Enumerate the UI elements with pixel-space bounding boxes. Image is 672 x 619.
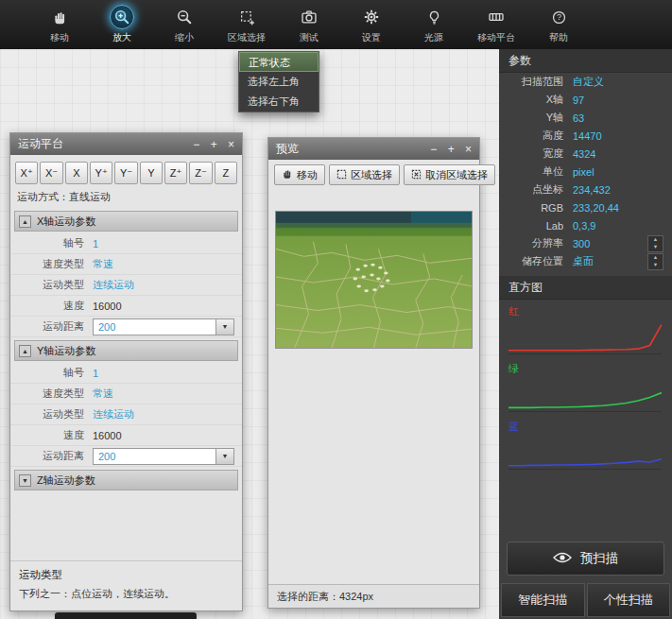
row-label: 扫描范围: [505, 75, 563, 89]
green-histogram-plot: [508, 379, 662, 412]
row-value: 300: [573, 238, 647, 249]
scanner-app-window: 移动 放大 缩小 区域选择 测试: [0, 0, 672, 619]
x-motion-type-row: 运动类型 连续运动: [10, 275, 242, 296]
row-label: 单位: [505, 164, 563, 179]
step-down-icon[interactable]: ▼: [648, 262, 663, 269]
preview-toolbar: 移动 区域选择 取消区域选择: [268, 160, 479, 190]
minimize-button[interactable]: −: [193, 138, 199, 151]
x-minus-button[interactable]: X⁻: [40, 162, 62, 184]
motion-type-description: 下列之一：点位运动，连续运动。: [19, 587, 233, 601]
tool-test[interactable]: 测试: [278, 5, 340, 44]
step-up-icon[interactable]: ▲: [648, 254, 663, 262]
x-plus-button[interactable]: X⁺: [15, 162, 38, 184]
tool-zoom-out[interactable]: 缩小: [153, 5, 215, 44]
preview-panel: 预览 − + × 移动 区域选择: [267, 137, 480, 609]
close-button[interactable]: ×: [228, 138, 234, 151]
row-value: 1: [93, 238, 98, 249]
x-distance-combobox[interactable]: 200 ▼: [93, 318, 234, 335]
x-axis-section-header[interactable]: ▲ X轴运动参数: [14, 211, 238, 232]
custom-scan-button[interactable]: 个性扫描: [587, 583, 671, 617]
row-label: Y轴: [505, 111, 563, 125]
step-down-icon[interactable]: ▼: [648, 244, 663, 251]
main-toolbar: 移动 放大 缩小 区域选择 测试: [0, 0, 672, 49]
histogram-blue-channel: 蓝: [499, 415, 672, 473]
tool-help[interactable]: ? 帮助: [527, 5, 590, 44]
tool-region-select[interactable]: 区域选择: [215, 5, 278, 44]
z-plus-button[interactable]: Z⁺: [164, 162, 187, 184]
prescan-label: 预扫描: [580, 550, 619, 567]
step-up-icon[interactable]: ▲: [648, 236, 663, 244]
menu-item-select-bottom-right[interactable]: 选择右下角: [239, 92, 319, 112]
resolution-stepper[interactable]: ▲ ▼: [647, 235, 663, 252]
light-bulb-icon: [422, 5, 446, 29]
x-button[interactable]: X: [65, 162, 88, 184]
eye-icon: [553, 551, 572, 567]
region-select-icon: [336, 169, 347, 181]
tool-zoom-in[interactable]: 放大: [91, 5, 153, 44]
preview-cancel-region-button[interactable]: 取消区域选择: [404, 164, 495, 185]
row-value: 16000: [93, 301, 122, 312]
row-value: 自定义: [573, 75, 666, 89]
y-distance-combobox[interactable]: 200 ▼: [93, 448, 234, 465]
y-button[interactable]: Y: [140, 162, 163, 184]
axis-jog-buttons: X⁺ X⁻ X Y⁺ Y⁻ Y Z⁺ Z⁻ Z: [15, 162, 237, 184]
smart-scan-button[interactable]: 智能扫描: [501, 583, 585, 617]
z-axis-section-header[interactable]: ▼ Z轴运动参数: [14, 470, 238, 490]
unit-row: 单位 pixel: [499, 163, 672, 181]
combo-value[interactable]: 200: [93, 318, 216, 335]
histogram-header: 直方图: [499, 276, 672, 300]
x-axis-row: X轴 97: [499, 91, 672, 109]
chevron-down-icon[interactable]: ▼: [216, 318, 234, 335]
y-speed-row: 速度 16000: [10, 425, 242, 446]
preview-region-select-button[interactable]: 区域选择: [329, 164, 400, 185]
row-value: 234,432: [573, 184, 666, 196]
close-button[interactable]: ×: [465, 143, 472, 156]
row-label: Lab: [505, 220, 563, 232]
menu-item-normal-state[interactable]: 正常状态: [239, 52, 319, 72]
row-value: 16000: [93, 430, 122, 441]
y-motion-type-row: 运动类型 连续运动: [10, 404, 242, 425]
tool-zoom-in-label: 放大: [112, 31, 131, 44]
x-speed-type-row: 速度类型 常速: [10, 254, 242, 275]
row-label: 宽度: [505, 146, 563, 161]
chevron-down-icon[interactable]: ▼: [216, 448, 234, 465]
row-label: 运动距离: [18, 319, 84, 334]
tool-settings[interactable]: 设置: [340, 5, 403, 44]
preview-move-button[interactable]: 移动: [274, 164, 325, 185]
y-axis-section-header[interactable]: ▲ Y轴运动参数: [14, 340, 238, 361]
z-button[interactable]: Z: [215, 162, 237, 184]
row-label: 速度: [18, 428, 84, 442]
y-minus-button[interactable]: Y⁻: [114, 162, 137, 184]
row-value: 63: [573, 112, 666, 124]
preview-panel-titlebar[interactable]: 预览 − + ×: [268, 138, 479, 160]
minimize-button[interactable]: −: [430, 143, 437, 156]
tool-move[interactable]: 移动: [28, 5, 91, 44]
row-value: 0,3,9: [573, 220, 666, 232]
maximize-button[interactable]: +: [211, 138, 217, 151]
combo-value[interactable]: 200: [93, 448, 216, 465]
cancel-region-icon: [411, 169, 422, 181]
save-location-stepper[interactable]: ▲ ▼: [647, 253, 663, 270]
motion-panel-titlebar[interactable]: 运动平台 − + ×: [10, 133, 242, 155]
z-minus-button[interactable]: Z⁻: [189, 162, 212, 184]
row-value: 233,20,44: [573, 202, 666, 214]
tool-light-source[interactable]: 光源: [403, 5, 465, 44]
menu-item-select-top-left[interactable]: 选择左上角: [239, 72, 319, 92]
row-label: 轴号: [18, 236, 84, 250]
tool-moving-platform[interactable]: 移动平台: [465, 5, 527, 44]
red-channel-label: 红: [508, 304, 663, 318]
camera-icon: [297, 5, 321, 29]
z-axis-section-title: Z轴运动参数: [37, 473, 95, 488]
prescan-button[interactable]: 预扫描: [507, 542, 664, 576]
motion-mode-text: 运动方式：直线运动: [17, 190, 235, 204]
region-select-menu: 正常状态 选择左上角 选择右下角: [238, 51, 319, 112]
preview-window-controls: − + ×: [422, 143, 472, 156]
x-distance-row: 运动距离 200 ▼: [10, 317, 242, 337]
row-label: 储存位置: [505, 254, 563, 268]
histogram-red-channel: 红: [499, 300, 672, 357]
maximize-button[interactable]: +: [448, 143, 455, 156]
row-value: 97: [573, 95, 666, 106]
row-value: 常速: [93, 387, 113, 401]
y-plus-button[interactable]: Y⁺: [90, 162, 112, 184]
preview-image[interactable]: [275, 211, 473, 349]
